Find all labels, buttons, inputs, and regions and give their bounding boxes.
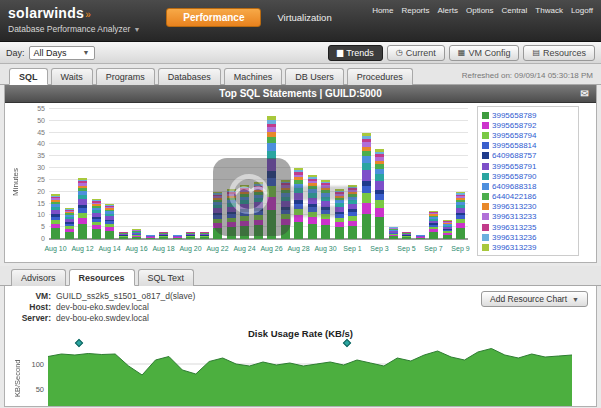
- x-axis-label[interactable]: Aug 22: [204, 245, 231, 252]
- nav-reports[interactable]: Reports: [401, 6, 429, 15]
- tab-procedures[interactable]: Procedures: [347, 68, 413, 85]
- x-axis-label[interactable]: Sep 5: [393, 245, 420, 252]
- email-icon[interactable]: ✉: [581, 85, 589, 103]
- sql-bar[interactable]: [308, 175, 317, 239]
- sql-bar[interactable]: [281, 180, 290, 239]
- add-resource-chart-button[interactable]: Add Resource Chart ▼: [481, 291, 588, 307]
- legend-item[interactable]: 3995658794: [480, 130, 576, 140]
- nav-central[interactable]: Central: [502, 6, 528, 15]
- sql-bar[interactable]: [146, 234, 155, 239]
- sql-bar[interactable]: [456, 192, 465, 239]
- sql-bar[interactable]: [240, 185, 249, 239]
- x-axis-label[interactable]: Sep 7: [420, 245, 447, 252]
- sql-bar[interactable]: [267, 116, 276, 239]
- nav-logoff[interactable]: Logoff: [571, 6, 593, 15]
- legend-item[interactable]: 3995658790: [480, 171, 576, 181]
- legend-item[interactable]: 3995658814: [480, 141, 576, 151]
- sql-bar[interactable]: [105, 204, 114, 239]
- tab-machines[interactable]: Machines: [224, 68, 283, 85]
- x-axis-label[interactable]: Aug 12: [69, 245, 96, 252]
- sql-bar[interactable]: [362, 133, 371, 239]
- x-axis-label[interactable]: Sep 3: [366, 245, 393, 252]
- main-tabs: SQLWaitsProgramsDatabasesMachinesDB User…: [6, 68, 413, 84]
- x-axis-label[interactable]: Aug 16: [123, 245, 150, 252]
- x-axis-label[interactable]: Sep 9: [447, 245, 474, 252]
- x-axis-label[interactable]: Aug 20: [177, 245, 204, 252]
- sql-bar[interactable]: [227, 189, 236, 239]
- tab-db-users[interactable]: DB Users: [285, 68, 344, 85]
- tab-performance[interactable]: Performance: [166, 8, 261, 27]
- button-trends[interactable]: ▆Trends: [328, 45, 383, 61]
- legend-item[interactable]: 3995658789: [480, 110, 576, 120]
- legend-item[interactable]: 3995658792: [480, 120, 576, 130]
- nav-thwack[interactable]: Thwack: [535, 6, 563, 15]
- sql-bar[interactable]: [173, 234, 182, 239]
- server-icon: ▤: [532, 49, 540, 57]
- sql-bar[interactable]: [254, 182, 263, 239]
- x-axis-label[interactable]: Aug 28: [285, 245, 312, 252]
- nav-home[interactable]: Home: [372, 6, 393, 15]
- sql-bar[interactable]: [65, 208, 74, 239]
- x-axis-label[interactable]: Sep 1: [339, 245, 366, 252]
- brand-arrow-icon: »: [85, 9, 91, 20]
- nav-alerts[interactable]: Alerts: [438, 6, 458, 15]
- x-axis-label[interactable]: Aug 26: [258, 245, 285, 252]
- tab-sql-text[interactable]: SQL Text: [138, 269, 195, 286]
- product-title[interactable]: Database Performance Analyzer▼: [8, 25, 140, 34]
- legend-item[interactable]: 6409688318: [480, 181, 576, 191]
- app-window: solarwinds» Database Performance Analyze…: [0, 0, 601, 408]
- sql-bar[interactable]: [159, 232, 168, 239]
- button-current[interactable]: ◷Current: [387, 45, 445, 61]
- sql-bar[interactable]: [119, 232, 128, 239]
- button-vm-config[interactable]: ▦VM Config: [449, 45, 520, 61]
- legend-item[interactable]: 6409688757: [480, 151, 576, 161]
- tab-virtualization[interactable]: Virtualization: [277, 12, 331, 23]
- info-row: Server:dev-bou-eko.swdev.local: [15, 313, 195, 324]
- sql-bar[interactable]: [321, 180, 330, 239]
- x-axis-label[interactable]: Aug 18: [150, 245, 177, 252]
- sql-bar[interactable]: [402, 232, 411, 239]
- sql-bar[interactable]: [335, 189, 344, 239]
- info-row: VM:GUILD_ss2k5_s1501_o817_d(slave): [15, 291, 195, 302]
- x-axis-label[interactable]: Aug 24: [231, 245, 258, 252]
- tab-advisors[interactable]: Advisors: [11, 269, 66, 286]
- sql-bar[interactable]: [213, 192, 222, 239]
- legend-item[interactable]: 3996313235: [480, 222, 576, 232]
- legend-swatch: [482, 193, 489, 200]
- disk-chart-body: KB/Second 50100: [5, 342, 596, 407]
- sql-bar[interactable]: [294, 168, 303, 239]
- x-axis-label[interactable]: Aug 10: [42, 245, 69, 252]
- legend-item[interactable]: 3996313239: [480, 242, 576, 252]
- chart-title: Top SQL Statements | GUILD:5000: [219, 88, 381, 99]
- tab-waits[interactable]: Waits: [51, 68, 93, 85]
- sql-bar[interactable]: [132, 230, 141, 239]
- legend-item[interactable]: 6440422186: [480, 192, 576, 202]
- tab-programs[interactable]: Programs: [96, 68, 155, 85]
- sql-bar[interactable]: [186, 232, 195, 239]
- sql-bar[interactable]: [389, 227, 398, 239]
- y-axis-title: Minutes: [11, 106, 23, 258]
- sql-bar[interactable]: [443, 220, 452, 239]
- legend-swatch: [482, 142, 489, 149]
- x-axis-label[interactable]: Aug 14: [96, 245, 123, 252]
- day-select[interactable]: All Days ▼: [29, 46, 95, 60]
- sql-bar[interactable]: [416, 234, 425, 239]
- x-axis-label[interactable]: Aug 30: [312, 245, 339, 252]
- sql-bar[interactable]: [92, 199, 101, 239]
- sql-bar[interactable]: [348, 185, 357, 239]
- sql-bar[interactable]: [429, 211, 438, 239]
- legend-item[interactable]: 3996313230: [480, 202, 576, 212]
- sql-bar[interactable]: [375, 149, 384, 239]
- nav-options[interactable]: Options: [466, 6, 494, 15]
- disk-y-axis-ticks: 50100: [24, 342, 48, 407]
- tab-databases[interactable]: Databases: [158, 68, 221, 85]
- sql-bar[interactable]: [51, 194, 60, 239]
- button-resources[interactable]: ▤Resources: [523, 45, 595, 61]
- tab-sql[interactable]: SQL: [9, 68, 48, 85]
- legend-item[interactable]: 3995658791: [480, 161, 576, 171]
- sql-bar[interactable]: [78, 178, 87, 239]
- sql-bar[interactable]: [200, 232, 209, 239]
- legend-item[interactable]: 3996313233: [480, 212, 576, 222]
- tab-resources[interactable]: Resources: [69, 269, 135, 286]
- legend-item[interactable]: 3996313236: [480, 232, 576, 242]
